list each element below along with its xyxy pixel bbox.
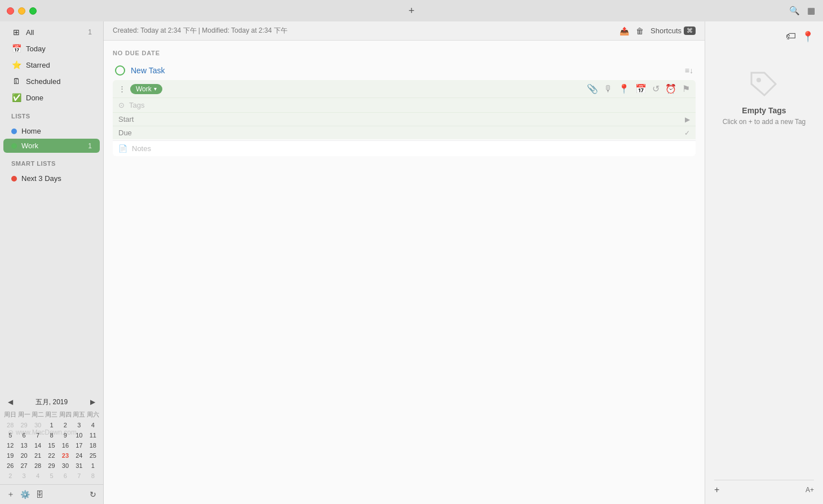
calendar-day[interactable]: 4 (31, 471, 45, 481)
sidebar-main-section: ⊞ All 1 📅 Today ⭐ Starred 🗓 Scheduled ✅ … (0, 21, 103, 108)
calendar-day[interactable]: 7 (72, 471, 86, 481)
calendar-day[interactable]: 3 (72, 420, 86, 430)
location-filter-icon[interactable]: 📍 (802, 30, 814, 43)
sidebar-toolbar: ＋ ⚙️ 🗄 ↻ (0, 484, 103, 504)
calendar-day[interactable]: 16 (59, 440, 72, 450)
repeat-icon[interactable]: ↺ (652, 83, 660, 94)
task-name[interactable]: New Task (131, 66, 165, 75)
calendar-prev-button[interactable]: ◀ (6, 397, 15, 407)
flag-icon[interactable]: ⚑ (682, 83, 690, 94)
calendar-day[interactable]: 25 (86, 450, 100, 461)
calendar-day[interactable]: 19 (3, 450, 17, 461)
sort-icon: ≡↓ (685, 66, 693, 75)
calendar-day[interactable]: 6 (59, 471, 72, 481)
calendar-day[interactable]: 28 (31, 461, 45, 471)
calendar-day[interactable]: 3 (17, 471, 30, 481)
calendar-day[interactable]: 7 (31, 430, 45, 440)
sidebar-item-all[interactable]: ⊞ All 1 (3, 24, 100, 40)
tag-filter-icon[interactable]: 🏷 (786, 30, 796, 43)
calendar-day[interactable]: 2 (59, 420, 72, 430)
calendar-day[interactable]: 2 (3, 471, 17, 481)
maximize-button[interactable] (29, 7, 37, 15)
calendar-day[interactable]: 29 (45, 461, 58, 471)
sidebar-item-next3days[interactable]: Next 3 Days (3, 171, 100, 185)
task-meta: Created: Today at 2:34 下午 | Modified: To… (113, 26, 287, 36)
sidebar-item-work[interactable]: Work 1 (3, 139, 100, 153)
due-date-row[interactable]: Due ✓ (113, 126, 696, 139)
calendar-day[interactable]: 4 (86, 420, 100, 430)
calendar-day[interactable]: 8 (45, 430, 58, 440)
grid-icon[interactable]: ▦ (806, 6, 816, 16)
attach-icon[interactable]: 📎 (587, 83, 598, 94)
mic-icon[interactable]: 🎙 (604, 84, 613, 94)
view-button[interactable]: 🗄 (34, 489, 45, 500)
calendar-day[interactable]: 26 (3, 461, 17, 471)
calendar-day[interactable]: 11 (86, 430, 100, 440)
calendar-icon[interactable]: 📅 (635, 83, 647, 94)
calendar-day[interactable]: 14 (31, 440, 45, 450)
task-notes-row[interactable]: 📄 Notes (113, 140, 696, 156)
calendar-day[interactable]: 23 (59, 450, 72, 461)
cal-day-sat: 周六 (86, 409, 100, 420)
calendar-day[interactable]: 18 (86, 440, 100, 450)
calendar-day[interactable]: 12 (3, 440, 17, 450)
add-button[interactable]: + (405, 4, 418, 17)
task-circle[interactable] (115, 65, 125, 76)
calendar-day[interactable]: 9 (59, 430, 72, 440)
location-icon[interactable]: 📍 (618, 83, 630, 94)
calendar-day[interactable]: 22 (45, 450, 58, 461)
calendar-day[interactable]: 5 (45, 471, 58, 481)
calendar-day[interactable]: 5 (3, 430, 17, 440)
calendar-next-button[interactable]: ▶ (88, 397, 98, 407)
calendar-day[interactable]: 28 (3, 420, 17, 430)
calendar-day[interactable]: 13 (17, 440, 30, 450)
alarm-icon[interactable]: ⏰ (665, 83, 676, 94)
calendar-day[interactable]: 27 (17, 461, 30, 471)
calendar-day[interactable]: 30 (59, 461, 72, 471)
next3days-dot (11, 176, 17, 182)
calendar-day[interactable]: 6 (17, 430, 30, 440)
calendar-day[interactable]: 21 (31, 450, 45, 461)
calendar-day[interactable]: 10 (72, 430, 86, 440)
tags-placeholder: Tags (129, 101, 144, 109)
calendar-day[interactable]: 1 (45, 420, 58, 430)
list-tag[interactable]: Work ▾ (130, 84, 162, 94)
sidebar-item-home[interactable]: Home (3, 124, 100, 138)
calendar-day[interactable]: 17 (72, 440, 86, 450)
calendar-day[interactable]: 30 (31, 420, 45, 430)
search-icon[interactable]: 🔍 (789, 6, 799, 16)
task-tags-row[interactable]: ⊙ Tags (113, 98, 696, 112)
sidebar-work-label: Work (21, 142, 86, 150)
today-icon: 📅 (11, 43, 21, 54)
refresh-button[interactable]: ↻ (89, 489, 98, 500)
delete-button[interactable]: 🗑 (636, 26, 644, 36)
close-button[interactable] (7, 7, 14, 15)
tag-graphic: Empty Tags Click on + to add a new Tag (723, 70, 806, 127)
calendar-day[interactable]: 29 (17, 420, 30, 430)
minimize-button[interactable] (18, 7, 25, 15)
section-label: NO DUE DATE (113, 50, 696, 56)
share-button[interactable]: 📤 (620, 26, 629, 36)
sidebar-all-label: All (26, 28, 86, 37)
sort-button[interactable]: ⚙️ (19, 489, 31, 500)
sidebar-work-count: 1 (88, 142, 92, 150)
sidebar-item-scheduled[interactable]: 🗓 Scheduled (3, 73, 100, 89)
calendar-day[interactable]: 15 (45, 440, 58, 450)
calendar-day[interactable]: 8 (86, 471, 100, 481)
add-tag-button[interactable]: + (714, 485, 719, 495)
calendar-day[interactable]: 20 (17, 450, 30, 461)
task-detail-icons: 📎 🎙 📍 📅 ↺ ⏰ ⚑ (587, 83, 690, 94)
empty-tags-sub: Click on + to add a new Tag (723, 117, 806, 127)
calendar-day[interactable]: 24 (72, 450, 86, 461)
sidebar-calendar: ◀ 五月, 2019 ▶ 周日 周一 周二 周三 周四 周五 周六 (0, 391, 103, 484)
sidebar: ⊞ All 1 📅 Today ⭐ Starred 🗓 Scheduled ✅ … (0, 21, 103, 504)
task-item[interactable]: New Task ≡↓ (113, 62, 696, 79)
add-list-button[interactable]: ＋ (6, 488, 16, 501)
sidebar-item-done[interactable]: ✅ Done (3, 90, 100, 105)
sidebar-item-today[interactable]: 📅 Today (3, 41, 100, 56)
calendar-day[interactable]: 1 (86, 461, 100, 471)
calendar-day[interactable]: 31 (72, 461, 86, 471)
start-date-row[interactable]: Start ▶ (113, 112, 696, 126)
shortcuts-button[interactable]: Shortcuts ⌘ (651, 26, 696, 35)
sidebar-item-starred[interactable]: ⭐ Starred (3, 57, 100, 73)
